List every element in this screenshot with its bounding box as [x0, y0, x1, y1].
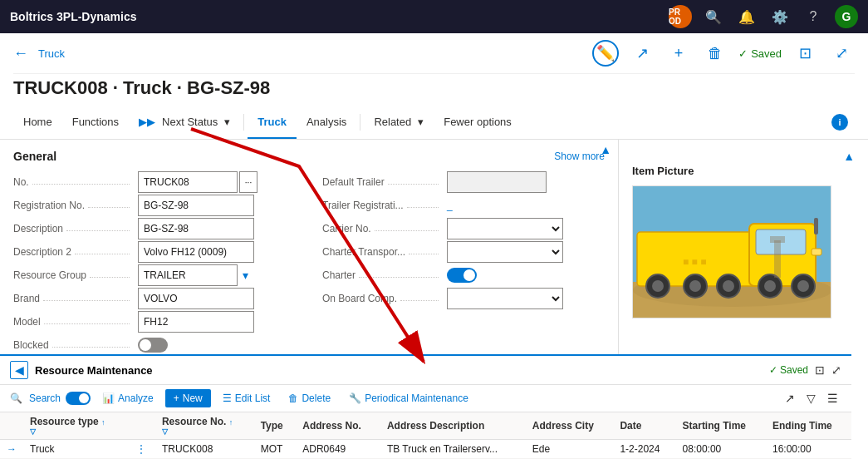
svg-point-15 [797, 280, 809, 292]
bell-icon[interactable]: 🔔 [735, 5, 758, 28]
carrier-no-select[interactable] [447, 218, 563, 239]
tab-next-status[interactable]: ▶▶ Next Status ▾ [129, 106, 240, 139]
blocked-toggle[interactable] [138, 338, 168, 353]
brand-input[interactable] [138, 288, 254, 309]
svg-point-7 [652, 280, 664, 292]
cell-arrow: → [0, 440, 23, 459]
default-trailer-input[interactable] [447, 171, 547, 193]
header-actions: ✏️ ↗ + 🗑 ✓ Saved ⊡ ⤢ [592, 40, 855, 67]
analyze-button[interactable]: 📊 Analyze [96, 389, 160, 407]
tab-fewer-options[interactable]: Fewer options [434, 106, 522, 139]
nav-tabs: Home Functions ▶▶ Next Status ▾ Truck An… [13, 106, 855, 139]
periodical-icon: 🔧 [349, 392, 361, 404]
label-description2: Description 2 [13, 246, 71, 258]
delete-button[interactable]: 🗑 [702, 40, 728, 67]
label-carrier-no: Carrier No. [322, 223, 371, 234]
trailer-registration-value[interactable]: _ [447, 200, 453, 211]
page-title: TRUCK008 · Truck · BG-SZ-98 [13, 74, 855, 106]
svg-rect-16 [812, 249, 821, 255]
table-row[interactable]: → Truck ⋮ TRUCK008 MOT ADR0649 TB Truck … [0, 440, 851, 459]
description2-input[interactable] [138, 241, 254, 263]
share-button[interactable]: ↗ [629, 40, 655, 67]
add-button[interactable]: + [665, 40, 692, 67]
check-icon: ✓ [738, 47, 748, 60]
help-icon[interactable]: ? [802, 5, 825, 28]
truck-image: ■ ■ ■ [632, 185, 831, 318]
row-more-button[interactable]: ⋮ [134, 443, 149, 455]
new-button[interactable]: + New [165, 389, 211, 407]
charter-toggle[interactable] [447, 268, 477, 283]
avatar-pr[interactable]: PR OD [669, 5, 692, 28]
th-resource-no: Resource No. ↑ ▽ [155, 412, 254, 440]
expand-resource-button[interactable]: ⊡ [815, 363, 825, 377]
label-on-board-comp: On Board Comp. [322, 293, 397, 304]
info-icon[interactable]: i [831, 114, 848, 131]
no-input-group: ··· [138, 171, 257, 193]
tab-divider [243, 114, 244, 131]
cell-more-btn[interactable]: ⋮ [127, 440, 155, 459]
tab-home[interactable]: Home [13, 106, 62, 139]
cell-resource-type: Truck [23, 440, 127, 459]
breadcrumb[interactable]: Truck [38, 47, 65, 60]
filter-button[interactable]: ▽ [803, 388, 819, 408]
cell-address-city: Ede [526, 440, 614, 459]
collapse-resource-button[interactable]: ◀ [10, 361, 28, 379]
show-more-link[interactable]: Show more [554, 151, 605, 162]
th-starting-time: Starting Time [676, 412, 766, 440]
field-model: Model [13, 311, 309, 333]
label-resource-group: Resource Group [13, 269, 86, 281]
sort-resource-type-icon[interactable]: ↑ [101, 418, 105, 427]
filter-resource-no-icon[interactable]: ▽ [162, 427, 248, 436]
registration-input[interactable] [138, 195, 254, 216]
cell-address-no: ADR0649 [296, 440, 380, 459]
no-more-button[interactable]: ··· [239, 171, 257, 193]
svg-point-13 [764, 280, 776, 292]
search-icon[interactable]: 🔍 [702, 5, 725, 28]
on-board-comp-select[interactable] [447, 288, 563, 309]
model-input[interactable] [138, 311, 254, 333]
gear-icon[interactable]: ⚙️ [768, 5, 792, 28]
delete-button[interactable]: 🗑 Delete [282, 389, 337, 407]
fullscreen-button[interactable]: ⤢ [828, 40, 855, 67]
fullscreen-resource-button[interactable]: ⤢ [831, 363, 841, 377]
periodical-maintenance-button[interactable]: 🔧 Periodical Maintenance [342, 389, 475, 407]
label-charter: Charter [322, 269, 356, 281]
expand-button[interactable]: ⊡ [792, 40, 818, 67]
svg-rect-17 [814, 218, 818, 234]
check-icon-2: ✓ [769, 364, 777, 376]
avatar-g[interactable]: G [835, 5, 858, 28]
scroll-up-icon[interactable]: ▲ [843, 150, 855, 163]
scroll-up-indicator[interactable]: ▲ [600, 143, 611, 156]
resource-group-input[interactable] [138, 264, 238, 286]
cell-ending-time: 16:00:00 [766, 440, 851, 459]
analyze-toggle[interactable] [66, 392, 91, 405]
charter-transport-select[interactable] [447, 241, 563, 263]
edit-list-button[interactable]: ☰ Edit List [216, 389, 277, 407]
description-input[interactable] [138, 218, 254, 239]
cell-starting-time: 08:00:00 [676, 440, 766, 459]
field-blocked: Blocked [13, 334, 309, 356]
field-default-trailer: Default Trailer [322, 171, 605, 193]
tab-truck[interactable]: Truck [248, 106, 297, 139]
label-no: No. [13, 176, 29, 188]
back-button[interactable]: ← [13, 45, 28, 62]
column-settings-button[interactable]: ☰ [824, 388, 841, 408]
share-resource-button[interactable]: ↗ [782, 388, 798, 408]
delete-icon: 🗑 [288, 392, 298, 404]
form-section-header: General Show more [13, 150, 605, 163]
no-input[interactable] [138, 171, 238, 193]
tab-related[interactable]: Related ▾ [364, 106, 434, 139]
resource-group-dropdown[interactable]: ▾ [243, 269, 248, 282]
label-trailer-registration: Trailer Registrati... [322, 200, 404, 211]
th-action [127, 412, 155, 440]
tab-analysis[interactable]: Analysis [297, 106, 356, 139]
edit-button[interactable]: ✏️ [592, 40, 619, 67]
filter-resource-type-icon[interactable]: ▽ [30, 427, 120, 436]
th-resource-type: Resource type ↑ ▽ [23, 412, 127, 440]
analyze-icon: 📊 [102, 392, 115, 404]
tab-functions[interactable]: Functions [62, 106, 129, 139]
header-top: ← Truck ✏️ ↗ + 🗑 ✓ Saved ⊡ ⤢ [13, 33, 855, 74]
sort-resource-no-icon[interactable]: ↑ [229, 418, 233, 427]
toolbar-right: ↗ ▽ ☰ [782, 388, 841, 408]
field-resource-group: Resource Group ▾ [13, 264, 309, 286]
